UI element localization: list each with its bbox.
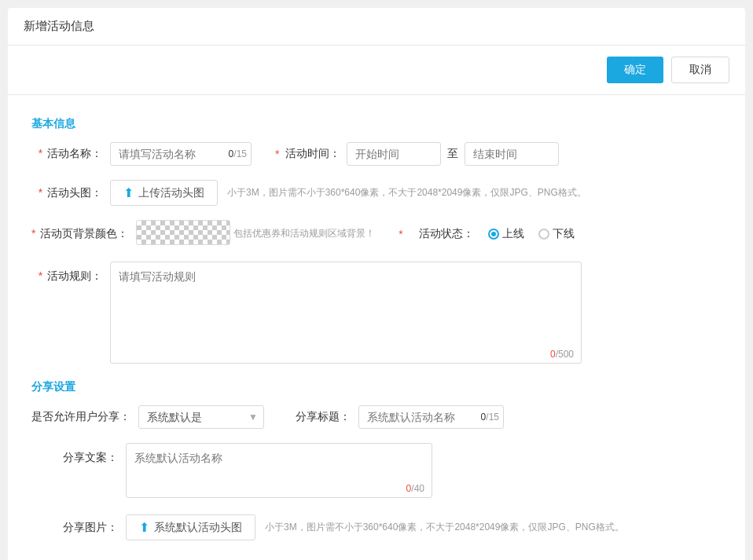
color-picker-wrap[interactable] bbox=[136, 220, 230, 247]
required-star-bg: * bbox=[31, 227, 35, 240]
required-star-rule: * bbox=[39, 269, 42, 282]
required-star-time: * bbox=[275, 148, 279, 160]
color-box[interactable] bbox=[136, 220, 230, 245]
row-allow-share-title: 是否允许用户分享： 系统默认是 ▼ 分享标题： 0/15 bbox=[31, 405, 722, 429]
row-activity-rule: * 活动规则： 0/500 bbox=[31, 262, 722, 366]
row-activity-name-time: * 活动名称： 0/15 * 活动时间： 至 bbox=[31, 142, 722, 166]
cancel-button[interactable]: 取消 bbox=[671, 57, 729, 83]
share-image-label: 分享图片： bbox=[31, 521, 118, 535]
rule-textarea[interactable] bbox=[110, 262, 582, 364]
status-online-radio[interactable]: 上线 bbox=[488, 227, 524, 241]
upload-share-image-button[interactable]: ⬆ 系统默认活动头图 bbox=[126, 514, 255, 540]
page-container: 新增活动信息 确定 取消 基本信息 * 活动名称： 0/15 * 活动时间： bbox=[8, 8, 745, 560]
radio-offline-circle bbox=[538, 229, 549, 240]
form-body: 基本信息 * 活动名称： 0/15 * 活动时间： 至 bbox=[8, 95, 745, 560]
end-time-input[interactable] bbox=[465, 142, 559, 166]
required-star-status: * bbox=[399, 228, 402, 240]
share-content-textarea[interactable] bbox=[126, 443, 432, 498]
rule-count: 0/500 bbox=[550, 349, 574, 360]
share-content-label: 分享文案： bbox=[31, 451, 118, 465]
allow-share-select[interactable]: 系统默认是 bbox=[138, 405, 264, 429]
upload-share-icon: ⬆ bbox=[139, 520, 149, 535]
upload-cover-button[interactable]: ⬆ 上传活动头图 bbox=[110, 180, 218, 206]
required-star-cover: * bbox=[39, 186, 42, 199]
row-share-content: 分享文案： 0/40 bbox=[31, 443, 722, 500]
row-bg-color-status: * 活动页背景颜色： 包括优惠券和活动规则区域背景！ * 活动状态： 上线 下线 bbox=[31, 220, 722, 247]
page-title: 新增活动信息 bbox=[8, 8, 745, 46]
allow-share-label: 是否允许用户分享： bbox=[31, 410, 130, 424]
toolbar: 确定 取消 bbox=[8, 46, 745, 95]
share-content-count: 0/40 bbox=[406, 483, 424, 494]
activity-rule-label: * 活动规则： bbox=[31, 269, 102, 284]
cover-upload-hint: 小于3M，图片需不小于360*640像素，不大于2048*2049像素，仅限JP… bbox=[227, 186, 586, 199]
required-star-name: * bbox=[39, 147, 42, 159]
activity-cover-label: * 活动头图： bbox=[31, 186, 102, 200]
bg-color-label: * 活动页背景颜色： bbox=[31, 227, 128, 241]
basic-info-title: 基本信息 bbox=[31, 117, 722, 131]
activity-name-input-wrap: 0/15 bbox=[110, 142, 252, 166]
status-offline-radio[interactable]: 下线 bbox=[538, 227, 575, 241]
share-title-input-wrap: 0/15 bbox=[358, 405, 504, 429]
time-group: * 活动时间： 至 bbox=[275, 142, 559, 166]
row-share-image: 分享图片： ⬆ 系统默认活动头图 小于3M，图片需不小于360*640像素，不大… bbox=[31, 514, 722, 540]
share-image-hint: 小于3M，图片需不小于360*640像素，不大于2048*2049像素，仅限JP… bbox=[265, 521, 624, 534]
upload-icon: ⬆ bbox=[123, 185, 134, 200]
share-title-group: 分享标题： 0/15 bbox=[296, 405, 504, 429]
start-time-input[interactable] bbox=[347, 142, 441, 166]
activity-name-label: * 活动名称： bbox=[31, 147, 102, 161]
row-activity-cover: * 活动头图： ⬆ 上传活动头图 小于3M，图片需不小于360*640像素，不大… bbox=[31, 180, 722, 206]
share-content-textarea-wrap: 0/40 bbox=[126, 443, 432, 500]
bg-color-hint: 包括优惠券和活动规则区域背景！ bbox=[233, 227, 375, 240]
share-section: 分享设置 是否允许用户分享： 系统默认是 ▼ 分享标题： 0/15 bbox=[31, 380, 722, 540]
allow-share-select-wrap: 系统默认是 ▼ bbox=[138, 405, 264, 429]
rule-textarea-wrap: 0/500 bbox=[110, 262, 582, 366]
activity-name-count: 0/15 bbox=[229, 148, 247, 159]
radio-online-circle bbox=[488, 229, 499, 240]
confirm-button[interactable]: 确定 bbox=[607, 57, 663, 83]
status-group: * 活动状态： 上线 下线 bbox=[399, 227, 574, 241]
share-section-title: 分享设置 bbox=[31, 380, 722, 394]
share-title-count: 0/15 bbox=[481, 412, 499, 423]
